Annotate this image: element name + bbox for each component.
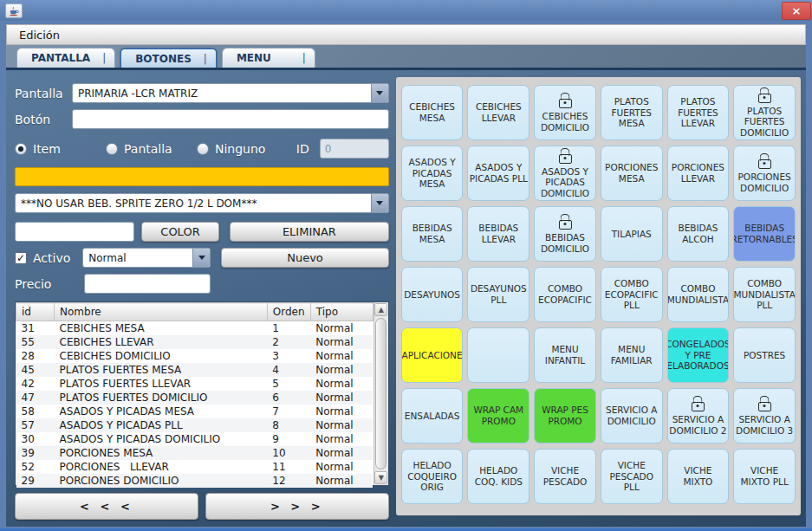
item-combobox[interactable]: ***NO USAR BEB. SPRITE ZERO 1/2 L DOM*** xyxy=(15,193,389,213)
pager-row: < < < > > > xyxy=(15,493,389,520)
grid-button-label: MENU FAMILIAR xyxy=(602,344,661,366)
close-button[interactable]: × xyxy=(782,2,811,20)
grid-button[interactable]: PLATOS FUERTES LLEVAR xyxy=(667,85,730,140)
grid-button[interactable]: MENU FAMILIAR xyxy=(601,327,663,383)
grid-button[interactable]: HELADO COQUEIRO ORIG xyxy=(401,449,464,504)
grid-button[interactable]: PLATOS FUERTES DOMICILIO xyxy=(733,85,796,140)
grid-button[interactable]: CONGELADOS Y PRE ELABORADOS xyxy=(667,327,730,383)
scroll-up-icon[interactable]: ▲ xyxy=(374,303,387,316)
pantalla-combobox-value: PRIMARIA -LCR MATRIZ xyxy=(73,87,371,100)
grid-button[interactable]: DESAYUNOS xyxy=(401,267,464,322)
grid-button[interactable]: SERVICIO A DOMICILIO xyxy=(601,388,663,444)
grid-button[interactable]: VICHE MIXTO PLL xyxy=(733,449,796,504)
table-cell: Normal xyxy=(310,349,373,363)
grid-button[interactable]: BEBIDAS LLEVAR xyxy=(467,206,529,262)
tab-divider: | xyxy=(302,52,306,64)
table-cell: 30 xyxy=(16,432,55,446)
table-cell: 10 xyxy=(267,446,310,460)
table-row[interactable]: 57ASADOS Y PICADAS PLL8Normal xyxy=(16,418,374,432)
col-header-nombre[interactable]: Nombre xyxy=(55,303,268,321)
grid-button[interactable]: WRAP PES PROMO xyxy=(534,388,596,444)
color-button[interactable]: COLOR xyxy=(141,222,219,242)
grid-button[interactable]: ASADOS Y PICADAS MESA xyxy=(401,146,464,201)
chevron-down-icon[interactable] xyxy=(371,84,388,102)
grid-button[interactable]: VICHE PESCADO PLL xyxy=(601,449,663,504)
pantalla-combobox[interactable]: PRIMARIA -LCR MATRIZ xyxy=(72,83,389,103)
grid-button[interactable]: ENSALADAS xyxy=(401,388,464,444)
activo-checkbox[interactable]: ✓ Activo xyxy=(15,251,70,265)
table-row[interactable]: 52PORCIONES LLEVAR11Normal xyxy=(16,460,374,474)
grid-button[interactable]: CEBICHES MESA xyxy=(401,85,464,140)
grid-button-label: VICHE MIXTO xyxy=(669,465,728,487)
eliminar-button[interactable]: ELIMINAR xyxy=(230,222,389,242)
grid-button[interactable]: BEBIDAS ALCOH xyxy=(667,206,730,262)
grid-button[interactable]: WRAP CAM PROMO xyxy=(467,388,529,444)
radio-pantalla[interactable]: Pantalla xyxy=(106,142,197,156)
table-row[interactable]: 47PLATOS FUERTES DOMICILIO6Normal xyxy=(16,391,374,405)
grid-button[interactable]: PORCIONES DOMICILIO xyxy=(733,146,796,201)
menu-item-edicion[interactable]: Edición xyxy=(19,29,60,42)
table-row[interactable]: 45PLATOS FUERTES MESA4Normal xyxy=(16,363,374,377)
grid-button[interactable]: COMBO MUNDIALISTA PLL xyxy=(733,267,796,322)
tab-pantalla[interactable]: PANTALLA| xyxy=(16,48,115,68)
scrollbar-thumb[interactable] xyxy=(375,318,387,469)
table-row[interactable]: 42PLATOS FUERTES LLEVAR5Normal xyxy=(16,377,374,391)
tab-botones[interactable]: BOTONES| xyxy=(120,48,218,68)
tipo-combobox[interactable]: Normal xyxy=(82,248,211,268)
id-label: ID xyxy=(296,142,309,156)
grid-button[interactable]: SERVICIO A DOMICILIO 3 xyxy=(733,388,796,444)
next-page-button[interactable]: > > > xyxy=(205,493,389,520)
radio-ninguno[interactable]: Ninguno xyxy=(197,142,288,156)
nuevo-button[interactable]: Nuevo xyxy=(221,248,388,268)
grid-button[interactable]: MENU INFANTIL xyxy=(534,327,596,383)
grid-button[interactable]: BEBIDAS RETORNABLES xyxy=(733,206,796,262)
precio-input[interactable] xyxy=(84,274,211,294)
table-row[interactable]: 39PORCIONES MESA10Normal xyxy=(16,446,374,460)
table-row[interactable]: 31CEBICHES MESA1Normal xyxy=(16,321,374,335)
tipo-combobox-value: Normal xyxy=(83,252,192,264)
col-header-orden[interactable]: Orden xyxy=(267,303,310,321)
grid-button[interactable]: HELADO COQ. KIDS xyxy=(467,449,529,504)
grid-button[interactable]: ASADOS Y PICADAS DOMICILIO xyxy=(534,146,596,201)
grid-button-label: COMBO MUNDIALISTA xyxy=(667,283,729,305)
grid-button[interactable]: CEBICHES DOMICILIO xyxy=(534,85,596,140)
grid-button[interactable]: PORCIONES LLEVAR xyxy=(667,146,730,201)
grid-button[interactable]: COMBO ECOPACIFIC xyxy=(534,267,596,322)
grid-button[interactable]: ASADOS Y PICADAS PLL xyxy=(467,146,529,201)
grid-button[interactable] xyxy=(467,327,529,383)
chevron-down-icon[interactable] xyxy=(192,249,210,267)
table-scrollbar[interactable]: ▲ ▼ xyxy=(374,302,388,485)
prev-page-button[interactable]: < < < xyxy=(15,493,198,520)
grid-button[interactable]: COMBO ECOPACIFIC PLL xyxy=(601,267,663,322)
boton-input[interactable] xyxy=(72,109,389,129)
grid-button[interactable]: DESAYUNOS PLL xyxy=(467,267,529,322)
chevron-down-icon[interactable] xyxy=(371,194,388,212)
grid-button[interactable]: TILAPIAS xyxy=(601,206,663,262)
grid-button[interactable]: PORCIONES MESA xyxy=(601,146,663,201)
grid-button[interactable]: BEBIDAS DOMICILIO xyxy=(534,206,596,262)
table-row[interactable]: 58ASADOS Y PICADAS MESA7Normal xyxy=(16,405,374,418)
grid-button[interactable]: VICHE PESCADO xyxy=(534,449,596,504)
table-row[interactable]: 55CEBICHES LLEVAR2Normal xyxy=(16,335,374,349)
grid-button[interactable]: SERVICIO A DOMICILIO 2 xyxy=(667,388,730,444)
table-row[interactable]: 30ASADOS Y PICADAS DOMICILIO9Normal xyxy=(16,432,374,446)
code-input[interactable] xyxy=(15,222,134,242)
grid-button[interactable]: VICHE MIXTO xyxy=(667,449,730,504)
tab-menu[interactable]: MENU| xyxy=(222,48,315,68)
table-cell: 57 xyxy=(16,418,55,432)
col-header-id[interactable]: id xyxy=(16,303,55,321)
grid-button[interactable]: APLICACIONE xyxy=(401,327,464,383)
lock-icon xyxy=(758,402,771,411)
table-row[interactable]: 29PORCIONES DOMICILIO12Normal xyxy=(16,474,374,488)
grid-button[interactable]: COMBO MUNDIALISTA xyxy=(667,267,730,322)
grid-button[interactable]: CEBICHES LLEVAR xyxy=(467,85,529,140)
scroll-down-icon[interactable]: ▼ xyxy=(374,471,387,484)
grid-button[interactable]: BEBIDAS MESA xyxy=(401,206,464,262)
grid-button[interactable]: POSTRES xyxy=(733,327,796,383)
col-header-tipo[interactable]: Tipo xyxy=(310,303,373,321)
table-cell: Normal xyxy=(310,391,373,405)
grid-button[interactable]: PLATOS FUERTES MESA xyxy=(601,85,663,140)
radio-item[interactable]: Item xyxy=(15,142,106,156)
table-cell: CEBICHES LLEVAR xyxy=(55,335,268,349)
table-row[interactable]: 28CEBICHES DOMICILIO3Normal xyxy=(16,349,374,363)
